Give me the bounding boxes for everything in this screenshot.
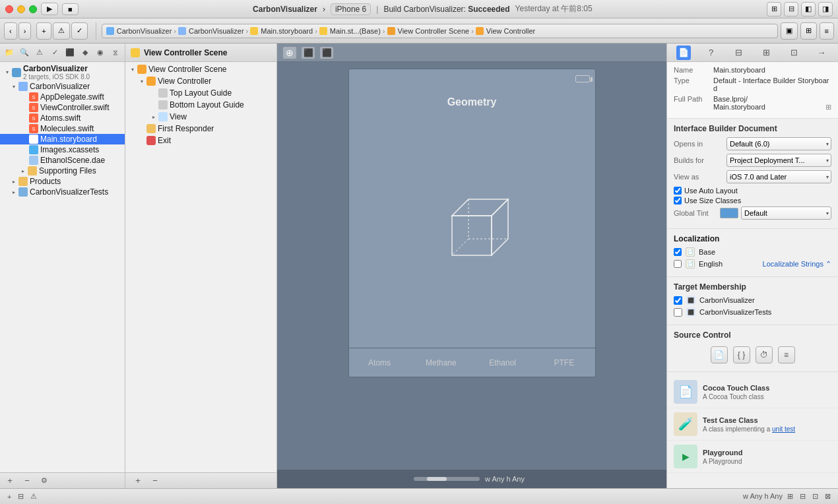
back-button[interactable]: ‹ — [4, 22, 17, 40]
sc-list-icon[interactable]: ≡ — [778, 346, 795, 363]
scene-item-top-layout[interactable]: Top Layout Guide — [125, 87, 276, 99]
unit-test-link[interactable]: unit test — [772, 425, 795, 433]
horizontal-scrollbar[interactable] — [414, 477, 480, 481]
sidebar-item-ethanolscene[interactable]: EthanolScene.dae — [0, 155, 125, 166]
forward-button[interactable]: › — [18, 22, 32, 40]
maximize-button[interactable] — [29, 5, 37, 13]
scene-item-view[interactable]: View — [125, 111, 276, 123]
nav-history-icon[interactable]: ⧖ — [108, 46, 122, 59]
inspector-icon-btn[interactable]: ◨ — [818, 2, 833, 16]
inspector-size-icon[interactable]: ⊡ — [787, 46, 801, 60]
xcassets-icon — [29, 145, 38, 154]
localization-english-checkbox[interactable] — [674, 260, 682, 268]
sidebar-item-project-root[interactable]: CarbonVisualizer 2 targets, iOS SDK 8.0 — [0, 63, 125, 81]
sidebar-item-appdelegate[interactable]: S AppDelegate.swift — [0, 92, 125, 102]
breadcrumb-carbonvisualizer[interactable]: CarbonVisualizer — [106, 27, 172, 35]
remove-scene-button[interactable]: − — [148, 474, 162, 488]
canvas-vc-icon[interactable]: ⬛ — [301, 46, 315, 59]
device-label[interactable]: iPhone 6 — [331, 3, 371, 15]
nav-debug-icon[interactable]: ⬛ — [63, 46, 77, 59]
run-button[interactable]: ▶ — [41, 3, 58, 15]
inspector-file-icon[interactable]: 📄 — [676, 46, 691, 60]
sidebar-item-carbonvisualizer-group[interactable]: CarbonVisualizer — [0, 81, 125, 92]
sidebar-item-supporting-files[interactable]: Supporting Files — [0, 166, 125, 176]
nav-test-icon[interactable]: ✓ — [48, 46, 62, 59]
editor-mode-standard[interactable]: ▣ — [781, 22, 798, 40]
sidebar-item-viewcontroller[interactable]: S ViewController.swift — [0, 102, 125, 113]
scene-item-vc[interactable]: View Controller — [125, 75, 276, 87]
panels-icon[interactable]: ⊞ — [767, 2, 781, 16]
nav-warning-icon[interactable]: ⚠ — [33, 46, 47, 59]
target-cv-checkbox[interactable] — [674, 296, 682, 305]
bottom-resize-button[interactable]: ⊠ — [823, 492, 833, 501]
template-test-case[interactable]: 🧪 Test Case Class A class implementing a… — [667, 408, 838, 441]
nav-file-icon[interactable]: 📁 — [3, 46, 16, 59]
sidebar-item-atoms[interactable]: S Atoms.swift — [0, 113, 125, 123]
sidebar-item-images[interactable]: Images.xcassets — [0, 144, 125, 155]
editor-mode-assistant[interactable]: ⊞ — [800, 22, 817, 40]
scene-item-vc-scene[interactable]: View Controller Scene — [125, 63, 276, 75]
filepath-reveal-icon[interactable]: ⊞ — [825, 103, 831, 111]
sc-code-icon[interactable]: { } — [733, 346, 750, 363]
breadcrumb-base[interactable]: Main.st...(Base) — [319, 27, 381, 35]
target-cvt-checkbox[interactable] — [674, 308, 682, 317]
add-file-button[interactable]: + — [3, 474, 17, 488]
inspector-quick-help-icon[interactable]: ? — [704, 46, 719, 60]
options-button[interactable]: ⚙ — [37, 474, 51, 488]
sidebar-item-mainstoryboard[interactable]: Main.storyboard — [0, 134, 125, 144]
global-tint-select[interactable]: Default — [741, 206, 831, 220]
bottom-grid-button[interactable]: ⊞ — [785, 492, 795, 501]
sc-doc-icon[interactable]: 📄 — [711, 346, 728, 363]
nav-report-icon[interactable]: ◉ — [93, 46, 107, 59]
tab-ethanol[interactable]: Ethanol — [472, 348, 533, 377]
localization-strings-link[interactable]: Localizable Strings ⌃ — [763, 260, 831, 268]
remove-file-button[interactable]: − — [20, 474, 34, 488]
warning-button[interactable]: ⚠ — [53, 22, 70, 40]
sc-clock-icon[interactable]: ⏱ — [756, 346, 773, 363]
opens-in-select[interactable]: Default (6.0) — [726, 137, 831, 150]
stop-button[interactable]: ■ — [62, 3, 79, 15]
test-button[interactable]: ✓ — [71, 22, 88, 40]
breadcrumb-vc[interactable]: View Controller — [476, 27, 535, 35]
breadcrumb-carbonvisualizer2[interactable]: CarbonVisualizer — [178, 27, 244, 35]
editor-icon[interactable]: ⊟ — [784, 2, 798, 16]
navigator-icon[interactable]: ◧ — [801, 2, 816, 16]
localization-base-checkbox[interactable] — [674, 248, 682, 256]
scene-item-bottom-layout[interactable]: Bottom Layout Guide — [125, 99, 276, 111]
nav-breakpoint-icon[interactable]: ◆ — [78, 46, 92, 59]
template-cocoa-touch[interactable]: 📄 Cocoa Touch Class A Cocoa Touch class — [667, 376, 838, 408]
view-as-select[interactable]: iOS 7.0 and Later — [726, 170, 831, 183]
bottom-issue-button[interactable]: ⚠ — [28, 492, 39, 501]
canvas-main[interactable]: Geometry — [277, 62, 666, 470]
bottom-constraint-button[interactable]: ⊡ — [810, 492, 820, 501]
nav-search-icon[interactable]: 🔍 — [18, 46, 32, 59]
sidebar-item-products[interactable]: Products — [0, 176, 125, 187]
canvas-zoom-icon[interactable]: ⊕ — [282, 46, 297, 59]
use-auto-layout-checkbox[interactable] — [674, 187, 682, 195]
breadcrumb-storyboard[interactable]: Main.storyboard — [250, 27, 313, 35]
minimize-button[interactable] — [17, 5, 25, 13]
close-button[interactable] — [5, 5, 13, 13]
bottom-align-button[interactable]: ⊟ — [798, 492, 808, 501]
tab-methane[interactable]: Methane — [410, 348, 472, 377]
tab-ptfe[interactable]: PTFE — [533, 348, 595, 377]
inspector-identity-icon[interactable]: ⊟ — [732, 46, 746, 60]
tab-atoms[interactable]: Atoms — [349, 348, 410, 377]
add-scene-button[interactable]: + — [131, 474, 145, 488]
inspector-attributes-icon[interactable]: ⊞ — [759, 46, 773, 60]
use-size-classes-checkbox[interactable] — [674, 197, 682, 205]
scene-item-first-responder[interactable]: First Responder — [125, 123, 276, 135]
sidebar-item-molecules[interactable]: S Molecules.swift — [0, 123, 125, 134]
bottom-add-button[interactable]: + — [5, 492, 13, 501]
sidebar-item-cvtests[interactable]: CarbonVisualizerTests — [0, 187, 125, 197]
editor-mode-version[interactable]: ≡ — [820, 22, 834, 40]
template-playground[interactable]: ▶ Playground A Playground — [667, 441, 838, 473]
inspector-connections-icon[interactable]: → — [814, 46, 829, 60]
global-tint-swatch[interactable] — [720, 208, 738, 218]
add-button[interactable]: + — [36, 22, 51, 40]
canvas-red-icon[interactable]: ⬛ — [319, 46, 334, 59]
builds-for-select[interactable]: Project Deployment T... — [726, 154, 831, 167]
scene-item-exit[interactable]: Exit — [125, 135, 276, 146]
bottom-filter-button[interactable]: ⊟ — [16, 492, 26, 501]
breadcrumb-scene[interactable]: View Controller Scene — [387, 27, 470, 35]
